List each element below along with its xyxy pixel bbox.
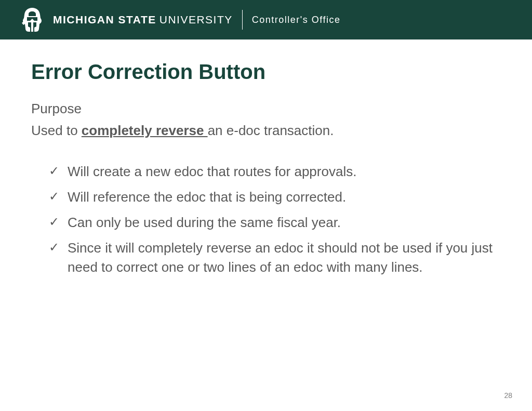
usage-prefix: Used to: [31, 123, 82, 138]
slide-header: MICHIGAN STATE UNIVERSITY Controller's O…: [0, 0, 532, 39]
header-divider: [242, 10, 243, 30]
list-item: Will reference the edoc that is being co…: [49, 188, 501, 207]
list-item: Since it will completely reverse an edoc…: [49, 238, 501, 277]
purpose-label: Purpose: [31, 99, 501, 119]
slide-title: Error Correction Button: [31, 60, 501, 84]
brand-light: UNIVERSITY: [159, 14, 233, 26]
office-name: Controller's Office: [252, 15, 341, 25]
brand-bold: MICHIGAN STATE: [53, 14, 156, 26]
page-number: 28: [504, 391, 512, 400]
brand-text: MICHIGAN STATE UNIVERSITY Controller's O…: [53, 10, 340, 30]
slide-content: Error Correction Button Purpose Used to …: [0, 39, 532, 277]
list-item: Can only be used during the same fiscal …: [49, 213, 501, 232]
bullet-list: Will create a new edoc that routes for a…: [31, 162, 501, 277]
usage-description: Used to completely reverse an e-doc tran…: [31, 121, 501, 141]
usage-suffix: an e-doc transaction.: [208, 123, 334, 138]
usage-emphasis: completely reverse: [82, 123, 208, 138]
spartan-helmet-icon: [21, 7, 44, 33]
list-item: Will create a new edoc that routes for a…: [49, 162, 501, 181]
